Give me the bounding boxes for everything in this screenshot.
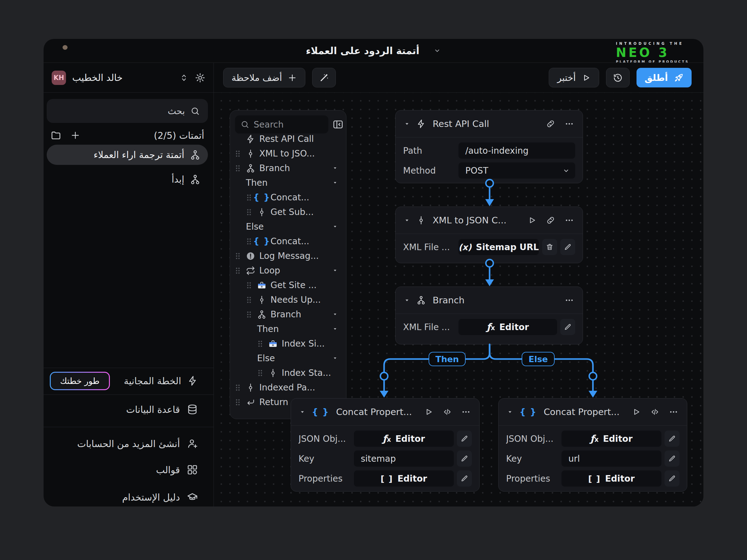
node-header[interactable]: Rest API Call [395, 110, 583, 137]
chevron-down-icon[interactable] [333, 356, 337, 361]
drag-handle-icon[interactable] [234, 397, 242, 407]
sidebar-item-start[interactable]: إبدأ [47, 169, 208, 189]
launch-button[interactable]: أطلق [637, 68, 692, 87]
ellipsis-icon[interactable] [565, 119, 574, 129]
delete-button[interactable] [542, 239, 557, 255]
select-chevrons-icon[interactable] [179, 73, 189, 82]
edit-button[interactable] [457, 431, 472, 447]
tree-item[interactable]: Index Si... [230, 336, 346, 351]
edit-button[interactable] [457, 471, 472, 486]
tree-search-input[interactable] [254, 119, 323, 130]
collapse-caret-icon[interactable] [404, 218, 410, 223]
tree-search[interactable] [235, 115, 328, 133]
magic-wand-button[interactable] [312, 68, 336, 87]
chevron-down-icon[interactable] [333, 166, 337, 170]
tree-item[interactable]: Rest API Call [230, 132, 346, 146]
ellipsis-icon[interactable] [461, 407, 471, 417]
array-editor-button[interactable]: [ ] Editor [562, 471, 662, 486]
sidebar-item-database[interactable]: قاعدة البيانات [44, 399, 213, 419]
collapse-caret-icon[interactable] [404, 121, 410, 127]
link-icon[interactable] [546, 216, 555, 225]
node-header[interactable]: XML to JSON C... [395, 207, 583, 234]
sidebar-item-create-accounts[interactable]: أنشئ المزيد من الحسابات [44, 434, 213, 454]
test-button[interactable]: أختبر [549, 68, 599, 87]
gear-icon[interactable] [195, 73, 205, 83]
node-rest-api-call[interactable]: Rest API Call Path /auto-indexing Method… [395, 110, 583, 183]
tree-item[interactable]: Else [230, 219, 346, 234]
drag-handle-icon[interactable] [234, 383, 242, 393]
drag-handle-icon[interactable] [245, 193, 253, 203]
chevron-down-icon[interactable] [333, 327, 337, 331]
play-icon[interactable] [527, 216, 537, 225]
key-input[interactable]: sitemap [354, 451, 454, 466]
user-initials-badge[interactable]: KH [52, 71, 66, 85]
node-header[interactable]: Branch [395, 287, 583, 314]
sidebar-search[interactable] [47, 99, 208, 123]
plus-icon[interactable] [70, 130, 80, 140]
tree-item[interactable]: Then [230, 322, 346, 336]
add-note-button[interactable]: أضف ملاحظة [223, 68, 305, 87]
ellipsis-icon[interactable] [565, 296, 574, 305]
drag-handle-icon[interactable] [234, 251, 242, 261]
fx-editor-button[interactable]: ƒx Editor [354, 431, 454, 447]
collapse-caret-icon[interactable] [404, 298, 410, 303]
sidebar-item-guide[interactable]: دليل الإستخدام [44, 487, 213, 506]
node-xml-to-json[interactable]: XML to JSON C... XML File ... (x) Sitema… [395, 207, 583, 263]
tree-item[interactable]: { }Concat... [230, 190, 346, 205]
drag-handle-icon[interactable] [245, 207, 253, 217]
node-header[interactable]: { } Concat Propert... [291, 399, 479, 426]
collapse-panel-icon[interactable] [332, 119, 344, 130]
tree-item[interactable]: Else [230, 351, 346, 366]
edit-button[interactable] [665, 471, 679, 486]
link-icon[interactable] [546, 119, 555, 129]
node-concat-right[interactable]: { } Concat Propert... JSON Obj... ƒx Edi… [498, 398, 687, 491]
array-editor-button[interactable]: [ ] Editor [354, 471, 454, 486]
tree-item[interactable]: Then [230, 176, 346, 190]
play-icon[interactable] [424, 407, 433, 417]
edit-button[interactable] [560, 239, 575, 255]
tree-item[interactable]: Log Messag... [230, 248, 346, 263]
sidebar-item-templates[interactable]: قوالب [44, 460, 213, 480]
edit-button[interactable] [665, 431, 679, 447]
sidebar-search-input[interactable] [55, 106, 185, 116]
avatar[interactable] [57, 42, 74, 59]
edit-button[interactable] [457, 451, 472, 466]
code-icon[interactable] [443, 407, 452, 417]
code-icon[interactable] [650, 407, 660, 417]
key-input[interactable]: url [562, 451, 662, 466]
fx-editor-button[interactable]: ƒx Editor [459, 319, 557, 335]
workflow-title-group[interactable]: أتمتة الردود على العملاء [306, 39, 441, 62]
sidebar-item-automation[interactable]: أتمتة ترجمة اراء العملاء [47, 145, 208, 165]
drag-handle-icon[interactable] [234, 266, 242, 276]
edit-button[interactable] [665, 451, 679, 466]
chevron-down-icon[interactable] [333, 312, 337, 317]
path-input[interactable]: /auto-indexing [459, 142, 575, 159]
drag-handle-icon[interactable] [256, 339, 264, 349]
history-button[interactable] [606, 68, 630, 87]
edit-button[interactable] [560, 319, 575, 335]
drag-handle-icon[interactable] [245, 310, 253, 320]
chevron-down-icon[interactable] [333, 268, 337, 273]
drag-handle-icon[interactable] [245, 236, 253, 246]
node-concat-left[interactable]: { } Concat Propert... JSON Obj... ƒx Edi… [291, 398, 480, 491]
method-select[interactable]: POST [459, 162, 575, 179]
tree-item[interactable]: Branch [230, 307, 346, 322]
variable-chip[interactable]: (x) Sitemap URL [459, 239, 539, 255]
tree-item[interactable]: Indexed Pa... [230, 380, 346, 395]
tree-item[interactable]: XML to JSO... [230, 146, 346, 161]
chevron-down-icon[interactable] [433, 47, 441, 55]
drag-handle-icon[interactable] [245, 295, 253, 305]
collapse-caret-icon[interactable] [507, 409, 513, 415]
drag-handle-icon[interactable] [234, 149, 242, 159]
tree-item[interactable]: Get Sub... [230, 205, 346, 219]
play-icon[interactable] [632, 407, 641, 417]
node-header[interactable]: { } Concat Propert... [499, 399, 687, 426]
ellipsis-icon[interactable] [669, 407, 678, 417]
drag-handle-icon[interactable] [245, 280, 253, 290]
drag-handle-icon[interactable] [234, 163, 242, 173]
tree-item[interactable]: Get Site ... [230, 278, 346, 292]
tree-item[interactable]: Needs Up... [230, 292, 346, 307]
upgrade-plan-button[interactable]: طور خطتك [50, 372, 110, 390]
ellipsis-icon[interactable] [565, 216, 574, 225]
fx-editor-button[interactable]: ƒx Editor [562, 431, 662, 447]
